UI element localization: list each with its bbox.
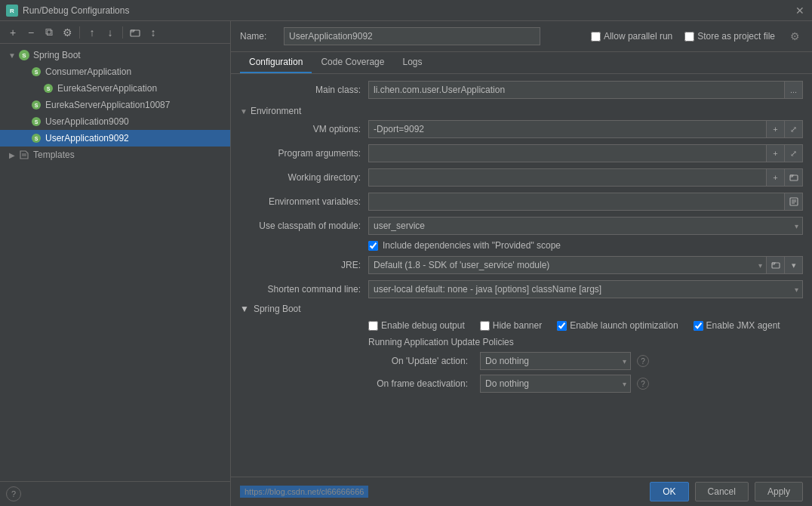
args-expand-button[interactable]: + xyxy=(767,144,785,162)
copy-config-button[interactable]: ⧉ xyxy=(41,24,57,41)
enable-jmx-label[interactable]: Enable JMX agent xyxy=(694,320,780,331)
spring-checkboxes: Enable debug output Hide banner Enable l… xyxy=(368,320,803,331)
tab-configuration[interactable]: Configuration xyxy=(240,52,312,73)
sidebar-item-eureka10087[interactable]: S EurekaServerApplication10087 xyxy=(0,97,230,113)
main-class-input[interactable] xyxy=(368,81,785,99)
jre-select-group: Default (1.8 - SDK of 'user_service' mod… xyxy=(368,256,803,274)
hide-banner-checkbox[interactable] xyxy=(480,321,490,331)
apply-button[interactable]: Apply xyxy=(755,482,803,501)
enable-debug-label[interactable]: Enable debug output xyxy=(368,320,465,331)
tab-logs[interactable]: Logs xyxy=(393,52,431,73)
spring-boot-group-icon: S xyxy=(18,49,30,61)
no-expand-icon xyxy=(18,66,30,78)
working-dir-expand-button[interactable]: + xyxy=(767,168,785,187)
sidebar-item-eureka-server[interactable]: S EurekaServerApplication xyxy=(0,80,230,97)
tabs-row: Configuration Code Coverage Logs xyxy=(231,52,812,74)
on-update-help-icon[interactable]: ? xyxy=(637,355,649,367)
templates-icon xyxy=(18,149,30,161)
working-dir-input[interactable] xyxy=(368,168,767,187)
settings-button[interactable]: ⚙ xyxy=(59,24,75,41)
config-content: Main class: ... ▼ Environment VM options… xyxy=(231,74,812,477)
templates-label: Templates xyxy=(33,150,75,160)
remove-config-button[interactable]: − xyxy=(23,24,39,41)
move-up-button[interactable]: ↑ xyxy=(84,24,100,41)
allow-parallel-label[interactable]: Allow parallel run xyxy=(591,31,672,42)
vm-options-input[interactable] xyxy=(368,120,767,138)
on-frame-help-icon[interactable]: ? xyxy=(637,378,649,390)
on-update-select-wrapper: Do nothing Update classes and resources … xyxy=(480,352,631,370)
spring-section-arrow[interactable]: ▼ xyxy=(240,304,249,314)
user9090-label: UserApplication9090 xyxy=(45,116,129,127)
working-dir-label: Working directory: xyxy=(240,172,368,183)
add-config-button[interactable]: + xyxy=(5,24,21,41)
separator-1 xyxy=(79,26,80,39)
app-icon: R xyxy=(6,5,18,17)
move-down-button[interactable]: ↓ xyxy=(102,24,118,41)
enable-launch-opt-label[interactable]: Enable launch optimization xyxy=(557,320,678,331)
spring-boot-section-header: ▼ Spring Boot xyxy=(240,304,803,314)
expand-icon: ▼ xyxy=(6,49,18,61)
allow-parallel-checkbox[interactable] xyxy=(591,32,601,42)
on-update-select[interactable]: Do nothing Update classes and resources … xyxy=(480,352,631,370)
sidebar-item-user9092[interactable]: S UserApplication9092 xyxy=(0,130,230,147)
store-project-checkbox[interactable] xyxy=(684,32,694,42)
svg-rect-2 xyxy=(131,30,140,36)
classpath-select[interactable]: user_service xyxy=(368,217,803,235)
ok-button[interactable]: OK xyxy=(650,482,688,501)
sidebar-bottom: ? xyxy=(0,481,230,506)
sidebar-item-user9090[interactable]: S UserApplication9090 xyxy=(0,113,230,130)
jre-row: JRE: Default (1.8 - SDK of 'user_service… xyxy=(240,255,803,275)
close-button[interactable]: ✕ xyxy=(794,5,806,17)
jre-dropdown-button[interactable]: ▾ xyxy=(785,256,803,274)
sort-button[interactable]: ↕ xyxy=(145,24,161,41)
user9092-label: UserApplication9092 xyxy=(45,133,129,143)
on-update-row: On 'Update' action: Do nothing Update cl… xyxy=(368,352,803,370)
bottom-bar: https://blog.csdn.net/cl66666666 OK Canc… xyxy=(231,477,812,506)
on-frame-select[interactable]: Do nothing Update classes and resources … xyxy=(480,375,631,393)
enable-debug-checkbox[interactable] xyxy=(368,321,378,331)
environment-arrow[interactable]: ▼ xyxy=(240,107,248,116)
store-project-label[interactable]: Store as project file xyxy=(684,31,775,42)
name-input[interactable] xyxy=(284,27,540,45)
classpath-label: Use classpath of module: xyxy=(240,221,368,231)
sidebar-item-templates[interactable]: ▶ Templates xyxy=(0,147,230,163)
vm-fullscreen-button[interactable]: ⤢ xyxy=(785,120,803,138)
enable-launch-opt-checkbox[interactable] xyxy=(557,321,567,331)
tab-code-coverage[interactable]: Code Coverage xyxy=(312,52,393,73)
enable-jmx-checkbox[interactable] xyxy=(694,321,703,331)
spring-section-label: Spring Boot xyxy=(254,304,301,314)
vm-expand-button[interactable]: + xyxy=(767,120,785,138)
program-args-input-group: + ⤢ xyxy=(368,144,803,162)
config-gear-button[interactable]: ⚙ xyxy=(787,30,803,42)
main-class-input-group: ... xyxy=(368,81,803,99)
env-vars-input[interactable] xyxy=(368,193,785,211)
shorten-cmd-wrapper: user-local default: none - java [options… xyxy=(368,280,803,298)
main-class-browse-button[interactable]: ... xyxy=(785,81,803,99)
environment-section: ▼ Environment xyxy=(240,106,803,116)
jre-label: JRE: xyxy=(240,260,368,270)
working-dir-row: Working directory: + xyxy=(240,168,803,187)
include-deps-checkbox[interactable] xyxy=(368,241,378,251)
sidebar-item-consumer[interactable]: S ConsumerApplication xyxy=(0,63,230,80)
env-vars-edit-button[interactable] xyxy=(785,193,803,211)
program-args-input[interactable] xyxy=(368,144,767,162)
working-dir-input-group: + xyxy=(368,168,803,187)
folder-button[interactable] xyxy=(127,24,143,41)
shorten-cmd-select[interactable]: user-local default: none - java [options… xyxy=(368,280,803,298)
title-bar: R Run/Debug Configurations ✕ xyxy=(0,0,812,21)
separator-2 xyxy=(122,26,123,39)
sidebar-item-spring-boot[interactable]: ▼ S Spring Boot xyxy=(0,47,230,63)
hide-banner-label[interactable]: Hide banner xyxy=(480,320,542,331)
environment-label: Environment xyxy=(251,106,301,116)
help-button[interactable]: ? xyxy=(6,486,21,501)
classpath-row: Use classpath of module: user_service xyxy=(240,216,803,236)
args-fullscreen-button[interactable]: ⤢ xyxy=(785,144,803,162)
shorten-cmd-row: Shorten command line: user-local default… xyxy=(240,279,803,299)
content-panel: Name: Allow parallel run Store as projec… xyxy=(231,21,812,506)
cancel-button[interactable]: Cancel xyxy=(695,482,749,501)
working-dir-browse-button[interactable] xyxy=(785,168,803,187)
jre-browse-button[interactable] xyxy=(767,256,785,274)
classpath-select-group: user_service xyxy=(368,217,803,235)
no-expand-icon3 xyxy=(18,99,30,111)
jre-select[interactable]: Default (1.8 - SDK of 'user_service' mod… xyxy=(368,256,767,274)
